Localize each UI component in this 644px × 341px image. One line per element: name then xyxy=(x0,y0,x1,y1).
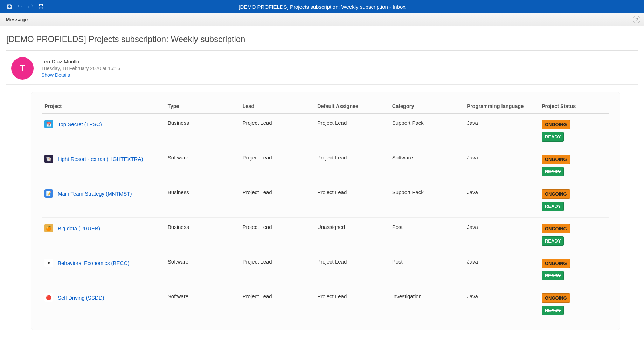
status-badge-ongoing: ONGOING xyxy=(542,120,570,129)
status-badge-ongoing: ONGOING xyxy=(542,259,570,268)
header-type: Type xyxy=(165,100,240,114)
cell-category: Support Pack xyxy=(389,183,464,218)
project-icon: 🐚 xyxy=(44,155,53,163)
table-row: 📝 Main Team Strategy (MNTMST) Business P… xyxy=(42,183,609,218)
project-link[interactable]: Main Team Strategy (MNTMST) xyxy=(58,191,132,197)
status-badge-ongoing: ONGOING xyxy=(542,293,570,303)
cell-type: Business xyxy=(165,218,240,252)
table-row: ✦ Behavioral Economics (BECC) Software P… xyxy=(42,252,609,287)
sender-avatar: T xyxy=(11,57,34,80)
redo-button[interactable] xyxy=(26,2,35,11)
cell-lead: Project Lead xyxy=(240,183,314,218)
undo-button[interactable] xyxy=(15,2,25,11)
status-badge-ready: READY xyxy=(542,167,564,176)
status-badge-ready: READY xyxy=(542,306,564,315)
help-icon[interactable]: ? xyxy=(633,16,640,23)
cell-type: Business xyxy=(165,114,240,148)
header-lang: Programming language xyxy=(464,100,539,114)
cell-lang: Java xyxy=(464,114,539,148)
cell-assignee: Project Lead xyxy=(314,183,389,218)
cell-category: Investigation xyxy=(389,287,464,322)
table-row: 📅 Top Secret (TPSC) Business Project Lea… xyxy=(42,114,609,148)
email-subject: [DEMO PROFIELDS] Projects subscription: … xyxy=(6,33,638,51)
project-link[interactable]: Light Resort - extras (LIGHTEXTRA) xyxy=(58,156,143,162)
project-link[interactable]: Self Driving (SSDD) xyxy=(58,295,104,301)
svg-rect-0 xyxy=(8,7,11,9)
table-row: 🔴 Self Driving (SSDD) Software Project L… xyxy=(42,287,609,322)
status-badge-ongoing: ONGOING xyxy=(542,155,570,164)
status-badge-ready: READY xyxy=(542,202,564,211)
cell-assignee: Project Lead xyxy=(314,114,389,148)
project-link[interactable]: Big data (PRUEB) xyxy=(58,225,100,231)
header-status: Project Status xyxy=(539,100,609,114)
cell-lead: Project Lead xyxy=(240,148,314,183)
cell-lead: Project Lead xyxy=(240,252,314,287)
header-project: Project xyxy=(42,100,165,114)
project-icon: ✦ xyxy=(44,259,53,267)
svg-rect-2 xyxy=(40,7,42,9)
cell-lead: Project Lead xyxy=(240,114,314,148)
project-icon: 🍊 xyxy=(44,224,53,232)
project-link[interactable]: Behavioral Economics (BECC) xyxy=(58,260,129,266)
project-icon: 📝 xyxy=(44,189,53,198)
header-assignee: Default Assignee xyxy=(314,100,389,114)
show-details-link[interactable]: Show Details xyxy=(41,72,120,78)
cell-lang: Java xyxy=(464,218,539,252)
header-lead: Lead xyxy=(240,100,314,114)
svg-rect-1 xyxy=(40,4,43,6)
window-title: [DEMO PROFIELDS] Projects subscription: … xyxy=(0,4,644,10)
cell-lang: Java xyxy=(464,252,539,287)
cell-assignee: Project Lead xyxy=(314,148,389,183)
cell-lead: Project Lead xyxy=(240,218,314,252)
cell-assignee: Project Lead xyxy=(314,252,389,287)
cell-lead: Project Lead xyxy=(240,287,314,322)
table-row: 🍊 Big data (PRUEB) Business Project Lead… xyxy=(42,218,609,252)
cell-type: Software xyxy=(165,287,240,322)
window-titlebar: [DEMO PROFIELDS] Projects subscription: … xyxy=(0,0,644,13)
table-row: 🐚 Light Resort - extras (LIGHTEXTRA) Sof… xyxy=(42,148,609,183)
status-badge-ready: READY xyxy=(542,132,564,142)
status-badge-ongoing: ONGOING xyxy=(542,189,570,199)
print-button[interactable] xyxy=(36,2,46,11)
cell-type: Software xyxy=(165,148,240,183)
cell-assignee: Project Lead xyxy=(314,287,389,322)
status-badge-ongoing: ONGOING xyxy=(542,224,570,233)
status-badge-ready: READY xyxy=(542,271,564,280)
cell-category: Support Pack xyxy=(389,114,464,148)
cell-category: Software xyxy=(389,148,464,183)
cell-lang: Java xyxy=(464,287,539,322)
sender-name: Leo Díaz Murillo xyxy=(41,59,120,64)
project-link[interactable]: Top Secret (TPSC) xyxy=(58,121,102,127)
cell-type: Business xyxy=(165,183,240,218)
header-category: Category xyxy=(389,100,464,114)
cell-type: Software xyxy=(165,252,240,287)
status-badge-ready: READY xyxy=(542,236,564,246)
cell-category: Post xyxy=(389,218,464,252)
projects-table: Project Type Lead Default Assignee Categ… xyxy=(42,100,609,321)
cell-assignee: Unassigned xyxy=(314,218,389,252)
cell-lang: Java xyxy=(464,148,539,183)
projects-table-container: Project Type Lead Default Assignee Categ… xyxy=(31,92,620,330)
project-icon: 📅 xyxy=(44,120,53,128)
cell-category: Post xyxy=(389,252,464,287)
email-date: Tuesday, 18 February 2020 at 15:16 xyxy=(41,66,120,71)
tab-message[interactable]: Message xyxy=(4,14,30,25)
cell-lang: Java xyxy=(464,183,539,218)
save-button[interactable] xyxy=(5,2,14,11)
project-icon: 🔴 xyxy=(44,293,53,302)
ribbon-bar: Message ? xyxy=(0,13,644,26)
